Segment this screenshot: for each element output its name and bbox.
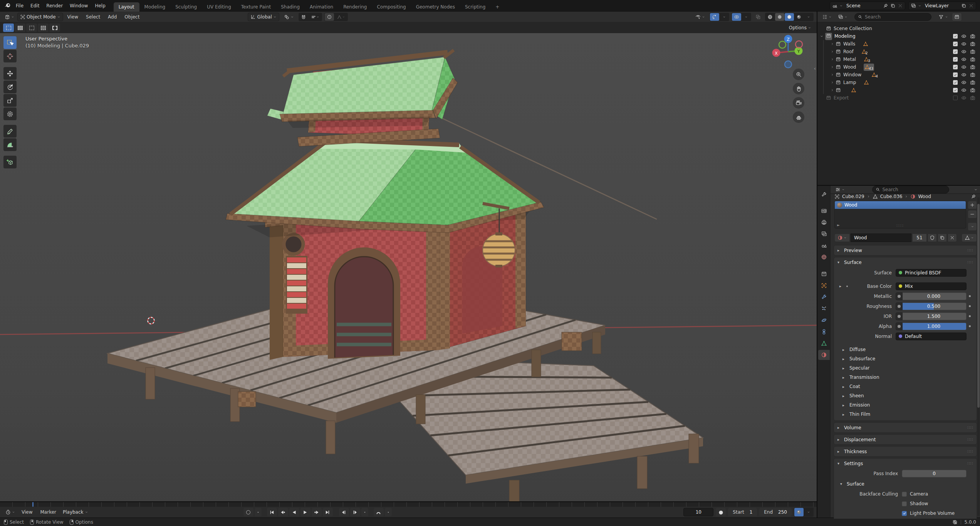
tab-particles[interactable]	[818, 304, 830, 314]
select-mode-set[interactable]	[3, 24, 14, 32]
add-workspace-button[interactable]: +	[490, 2, 504, 12]
overlays-dropdown[interactable]	[742, 13, 751, 21]
backface-lightprobe-checkbox[interactable]	[902, 511, 907, 516]
tab-texture-paint[interactable]: Texture Paint	[236, 2, 276, 12]
tab-geometry-nodes[interactable]: Geometry Nodes	[411, 2, 460, 12]
hide-viewport-icon[interactable]	[961, 72, 967, 77]
hide-viewport-icon[interactable]	[961, 80, 967, 85]
orientation-dropdown[interactable]: Global	[248, 13, 279, 21]
tab-scripting[interactable]: Scripting	[460, 2, 490, 12]
tool-add-primitive[interactable]	[3, 156, 17, 168]
tab-world[interactable]	[818, 252, 830, 262]
show-object-types-dropdown[interactable]	[693, 13, 707, 21]
tab-constraints[interactable]	[818, 327, 830, 337]
tab-animation[interactable]: Animation	[305, 2, 338, 12]
expand-icon[interactable]	[831, 64, 834, 70]
new-scene-icon[interactable]	[890, 3, 896, 8]
expand-icon[interactable]	[831, 49, 834, 54]
xray-toggle[interactable]	[753, 13, 763, 21]
tab-shading[interactable]: Shading	[276, 2, 305, 12]
jump-to-end-button[interactable]	[323, 508, 333, 516]
tab-material[interactable]	[818, 350, 830, 360]
select-mode-intersect[interactable]	[49, 24, 60, 32]
pan-button[interactable]	[793, 83, 804, 94]
exclude-checkbox[interactable]	[953, 72, 958, 77]
tab-render[interactable]	[818, 206, 830, 216]
select-mode-invert[interactable]	[38, 24, 49, 32]
backface-camera-checkbox[interactable]	[902, 492, 907, 497]
tab-object[interactable]	[818, 281, 830, 291]
collapse-icon[interactable]	[820, 34, 824, 39]
disable-render-icon[interactable]	[970, 95, 975, 101]
alpha-slider[interactable]: 1.000	[901, 323, 967, 330]
outliner-item-lamp[interactable]: Lamp	[824, 79, 978, 86]
tab-view-layer[interactable]	[818, 229, 830, 239]
base-color-field[interactable]: Mix	[896, 282, 967, 290]
expand-icon[interactable]	[831, 87, 834, 93]
remove-viewlayer-icon[interactable]	[968, 3, 974, 8]
auto-keying-toggle[interactable]	[243, 508, 253, 516]
new-material-button[interactable]	[938, 234, 947, 242]
hide-viewport-icon[interactable]	[961, 49, 967, 54]
outliner-scene-collection[interactable]: Scene Collection	[820, 25, 978, 32]
breadcrumb-data[interactable]: Cube.036	[880, 194, 903, 199]
prev-keyframe-button[interactable]	[278, 508, 288, 516]
tab-uv-editing[interactable]: UV Editing	[202, 2, 236, 12]
surface-shader-field[interactable]: Principled BSDF	[896, 269, 967, 277]
settings-surface-subheader[interactable]: ▾Surface	[834, 479, 977, 489]
select-mode-extend[interactable]	[15, 24, 25, 32]
breadcrumb-object[interactable]: Cube.029	[842, 194, 864, 199]
header-options-icon[interactable]	[974, 187, 978, 192]
subpanel-transmission[interactable]: ▸Transmission	[834, 373, 977, 382]
snap-toggle[interactable]	[299, 13, 308, 21]
disable-render-icon[interactable]	[970, 57, 975, 62]
frame-forward-button[interactable]	[350, 508, 360, 516]
disable-render-icon[interactable]	[970, 41, 975, 47]
menu-help[interactable]: Help	[91, 2, 109, 10]
timeline-menu-view[interactable]: View	[18, 508, 36, 516]
viewlayer-selector[interactable]: ViewLayer	[908, 2, 976, 10]
breadcrumb-material[interactable]: Wood	[918, 194, 931, 199]
outliner-item-wood[interactable]: Wood 43	[824, 63, 978, 71]
disable-render-icon[interactable]	[970, 72, 975, 77]
material-name-field[interactable]: Wood	[851, 234, 911, 242]
tab-output[interactable]	[818, 217, 830, 227]
gizmo-toggle[interactable]	[710, 13, 719, 21]
outliner-item-rope[interactable]	[824, 86, 978, 94]
options-dropdown[interactable]: Options	[787, 24, 814, 32]
exclude-checkbox[interactable]	[953, 42, 958, 46]
hide-viewport-icon[interactable]	[961, 87, 967, 93]
viewport-canvas[interactable]: User Perspective (10) Modeling | Cube.02…	[0, 33, 817, 501]
menu-select[interactable]: Select	[82, 13, 104, 21]
outliner-filter-dropdown[interactable]	[936, 13, 950, 21]
expand-icon[interactable]	[831, 57, 834, 62]
playhead[interactable]	[32, 502, 34, 507]
outliner-display-mode-dropdown[interactable]	[836, 13, 850, 21]
zoom-button[interactable]	[793, 69, 804, 80]
outliner-item-metal[interactable]: Metal 3	[824, 55, 978, 63]
scene-selector[interactable]: Scene	[830, 2, 905, 10]
tab-physics[interactable]	[818, 315, 830, 325]
disable-render-icon[interactable]	[970, 49, 975, 54]
hide-viewport-icon[interactable]	[961, 64, 967, 70]
panel-settings-header[interactable]: ▾Settings∷∷	[834, 459, 977, 468]
normal-field[interactable]: Default	[896, 333, 967, 340]
tool-select-box[interactable]	[3, 36, 17, 49]
sidebar-collapse-arrow[interactable]: ‹	[814, 66, 816, 71]
menu-file[interactable]: File	[12, 2, 27, 10]
gizmo-dropdown[interactable]	[720, 13, 729, 21]
menu-view[interactable]: View	[64, 13, 82, 21]
timeline-menu-playback[interactable]: Playback	[60, 508, 91, 516]
menu-edit[interactable]: Edit	[27, 2, 43, 10]
backface-shadow-checkbox[interactable]	[902, 501, 907, 506]
camera-view-button[interactable]	[793, 97, 804, 109]
tab-tool[interactable]	[818, 190, 830, 200]
subpanel-diffuse[interactable]: ▸Diffuse	[834, 345, 977, 354]
outliner-collection-modeling[interactable]: Modeling	[820, 32, 978, 40]
remove-slot-button[interactable]	[968, 210, 977, 218]
snap-playhead-toggle[interactable]	[374, 508, 384, 516]
exclude-checkbox[interactable]	[953, 88, 958, 92]
panel-surface-header[interactable]: ▾Surface∷∷	[834, 257, 977, 267]
ortho-toggle-button[interactable]	[793, 111, 804, 123]
timeline-ruler[interactable]	[0, 502, 817, 507]
